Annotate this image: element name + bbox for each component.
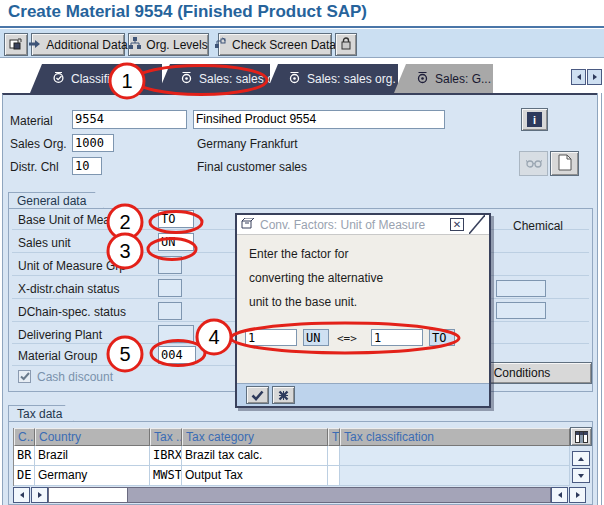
col-header-tax[interactable]: Tax .. [150, 428, 182, 446]
uom-group-input[interactable] [158, 256, 182, 274]
dialog-cancel-button[interactable] [272, 386, 295, 404]
tab-sales-general[interactable]: Sales: G... [394, 64, 493, 93]
dchain-status-label: DChain-spec. status [18, 305, 126, 320]
triangle-left-icon [575, 73, 583, 81]
next-screen-button[interactable] [4, 33, 28, 56]
tax-data-section-tab: Tax data [8, 405, 74, 422]
base-unit-label: Base Unit of Measure [18, 213, 133, 228]
col-header-country[interactable]: Country [35, 428, 150, 446]
triangle-right-icon [574, 491, 582, 499]
cash-discount-checkbox[interactable] [18, 370, 31, 383]
triangle-right-icon [36, 491, 44, 499]
check-screen-data-label: Check Screen Data [232, 38, 336, 52]
sales-tab-icon [288, 71, 301, 87]
cell-country-code[interactable]: DE [14, 466, 35, 486]
display-button-disabled[interactable] [519, 151, 548, 176]
col-header-c[interactable]: C.. [14, 428, 35, 446]
general-data-section-tab: General data [8, 192, 104, 209]
tab-label: Sales: sales org. 2 [307, 72, 398, 86]
cell-tax-category[interactable]: Output Tax [182, 466, 328, 486]
delivering-plant-input[interactable] [158, 325, 194, 343]
create-new-button[interactable] [550, 151, 579, 176]
col-header-tax-classification[interactable]: Tax classification [340, 428, 570, 446]
tab-label: Sales: sales org. 1 [199, 72, 270, 86]
glasses-icon [526, 157, 542, 171]
additional-data-button[interactable]: Additional Data [31, 33, 125, 56]
check-screen-data-button[interactable]: Check Screen Data [218, 33, 332, 56]
h-scroll-right-page-button[interactable] [551, 487, 568, 503]
table-settings-button[interactable] [570, 427, 592, 446]
triangle-up-icon [577, 455, 585, 463]
dialog-text-line2: converting the alternative [249, 271, 383, 286]
base-unit-field: TO [429, 329, 455, 346]
h-scroll-right-button[interactable] [569, 487, 586, 503]
cell-tax-classification[interactable] [340, 446, 570, 466]
material-input[interactable]: 9554 [72, 110, 187, 129]
page-title: Create Material 9554 (Finished Product S… [8, 4, 367, 19]
triangle-left-icon [18, 491, 26, 499]
cell-country[interactable]: Germany [35, 466, 150, 486]
sales-unit-label: Sales unit [18, 236, 71, 251]
org-chart-icon [129, 37, 141, 52]
table-scroll-down-button[interactable] [572, 468, 590, 483]
h-scroll-left-button[interactable] [13, 487, 30, 503]
arrow-right-icon [28, 38, 41, 52]
xdistr-status-input[interactable] [158, 279, 182, 297]
cell-tax-code[interactable]: MWST [150, 466, 182, 486]
dialog-close-icon[interactable]: ✕ [450, 218, 464, 231]
xdistr-status-label: X-distr.chain status [18, 282, 119, 297]
tab-sales-org-2[interactable]: Sales: sales org. 2 [266, 64, 398, 93]
tax-table: C.. Country Tax .. Tax category T Tax cl… [13, 428, 570, 486]
table-settings-icon [575, 431, 588, 443]
dchain-status-input[interactable] [158, 302, 182, 320]
cell-t[interactable] [328, 466, 340, 486]
tax-data-title: Tax data [17, 407, 62, 421]
dialog-titlebar[interactable]: Conv. Factors: Unit of Measure ✕ [237, 215, 489, 235]
tab-label: Sales: G... [435, 72, 491, 86]
material-group-input[interactable]: 004 [158, 346, 196, 364]
cell-tax-code[interactable]: IBRX [150, 446, 182, 466]
material-label: Material [10, 114, 53, 129]
cell-country[interactable]: Brazil [35, 446, 150, 466]
sales-unit-input[interactable]: UN [158, 233, 194, 251]
cell-t[interactable] [328, 446, 340, 466]
base-unit-input[interactable]: TO [158, 210, 194, 228]
base-unit-factor-input[interactable]: 1 [371, 329, 423, 346]
table-scroll-up-button[interactable] [572, 451, 590, 466]
tab-label: Classification [71, 72, 142, 86]
right-column-field-1[interactable] [496, 280, 546, 297]
cell-tax-classification[interactable] [340, 466, 570, 486]
cancel-x-icon [278, 390, 289, 401]
material-group-label: Material Group [18, 349, 97, 364]
division-description: Chemical [513, 219, 563, 234]
table-row[interactable]: BR Brazil IBRX Brazil tax calc. [14, 446, 570, 466]
alt-unit-factor-input[interactable]: 1 [245, 329, 297, 346]
tabstrip-scroll-left-button[interactable] [571, 69, 586, 85]
cell-tax-category[interactable]: Brazil tax calc. [182, 446, 328, 466]
additional-data-label: Additional Data [46, 38, 127, 52]
material-description-input[interactable]: Finsihed Product 9554 [193, 110, 445, 129]
tax-table-header: C.. Country Tax .. Tax category T Tax cl… [14, 428, 570, 446]
col-header-tax-category[interactable]: Tax category [182, 428, 328, 446]
right-column-field-2[interactable] [496, 302, 546, 319]
horizontal-scrollbar-thumb[interactable] [48, 487, 128, 503]
col-header-t[interactable]: T [328, 428, 340, 446]
info-button[interactable]: i [521, 108, 548, 131]
sales-org-label: Sales Org. [10, 137, 67, 152]
cell-country-code[interactable]: BR [14, 446, 35, 466]
sales-org-input[interactable]: 1000 [72, 134, 114, 152]
relation-symbol: <=> [337, 331, 357, 346]
lock-button[interactable] [335, 33, 357, 56]
table-row[interactable]: DE Germany MWST Output Tax [14, 466, 570, 486]
tabstrip-scroll-right-button[interactable] [587, 69, 602, 85]
cash-discount-label: Cash discount [37, 370, 113, 385]
general-data-title: General data [17, 194, 86, 208]
tab-sales-org-1[interactable]: Sales: sales org. 1 [158, 64, 270, 93]
classification-check-icon [52, 71, 65, 87]
tab-classification[interactable]: Classification [30, 64, 162, 93]
h-scroll-left-page-button[interactable] [31, 487, 48, 503]
org-levels-button[interactable]: Org. Levels [128, 33, 209, 56]
dialog-ok-button[interactable] [246, 386, 269, 404]
triangle-down-icon [577, 472, 585, 480]
distr-chl-input[interactable]: 10 [72, 157, 102, 175]
